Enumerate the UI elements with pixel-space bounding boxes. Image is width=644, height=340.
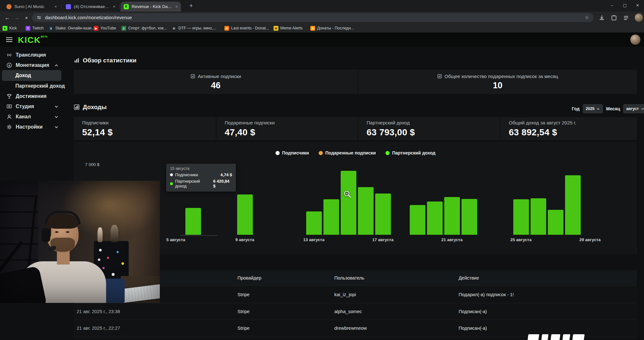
chart-bar[interactable] xyxy=(513,199,529,235)
forward-button[interactable]: → xyxy=(13,14,21,22)
save-page-icon[interactable] xyxy=(598,14,605,21)
browser-tab-active[interactable]: K Revenue - Kick Dashboard × xyxy=(120,2,181,12)
sidebar-item-monetization[interactable]: $ Монетизация xyxy=(0,60,74,71)
tab-title: (4) Отслеживаемые активные... xyxy=(74,4,110,9)
browser-tab-strip: Suno | AI Music × (4) Отслеживаемые акти… xyxy=(0,0,644,12)
bookmark-star-icon[interactable]: ☆ xyxy=(585,15,589,20)
stat-card-active-subs: Активные подписки 46 xyxy=(74,70,358,94)
window-maximize-button[interactable]: ▢ xyxy=(619,1,630,10)
tab-close-icon[interactable]: × xyxy=(54,4,57,9)
chevron-down-icon xyxy=(54,105,58,109)
menu-hamburger-icon[interactable] xyxy=(6,37,12,42)
chart-bar[interactable] xyxy=(548,210,563,235)
table-row: 21 авг. 2025 г., 22:27 Stripe drewbrewme… xyxy=(74,320,637,336)
col-header-provider: Провайдер xyxy=(237,275,261,281)
bookmark-favicon: D xyxy=(224,26,229,31)
window-minimize-button[interactable]: – xyxy=(607,1,617,10)
chart-bar[interactable] xyxy=(341,171,356,235)
bookmark-item[interactable]: TTwitch xyxy=(26,25,43,31)
tab-separator xyxy=(61,4,62,9)
chart-bar[interactable] xyxy=(358,187,374,235)
back-button[interactable]: ← xyxy=(3,14,12,22)
bookmark-item[interactable]: ▶YouTube xyxy=(94,25,116,31)
chart-bar[interactable] xyxy=(185,208,201,235)
month-select[interactable]: август xyxy=(623,104,644,113)
user-avatar[interactable] xyxy=(630,35,640,45)
address-bar[interactable]: dashboard.kick.com/monetization/revenue … xyxy=(32,13,594,22)
stop-reload-button[interactable]: × xyxy=(22,14,31,22)
bookmark-item[interactable]: ССпорт: футбол, хок... xyxy=(121,25,167,31)
chart-bar[interactable] xyxy=(531,198,546,235)
webcam-vignette xyxy=(0,181,160,303)
tab-separator xyxy=(119,4,120,9)
bookmark-item[interactable]: DLast events - Donat... xyxy=(224,25,269,31)
sidebar-item-partner-income[interactable]: Партнерский доход xyxy=(0,81,74,91)
kick-logo[interactable]: KICKBETA xyxy=(18,35,48,45)
chart-bar[interactable] xyxy=(410,205,425,235)
x-axis-label: 13 августа xyxy=(293,237,335,242)
legend-dot xyxy=(275,151,280,155)
sidebar-item-label: Достижения xyxy=(16,93,47,99)
year-select[interactable]: 2025 xyxy=(583,104,603,113)
legend-item[interactable]: Партнерский доход xyxy=(385,150,436,155)
sidebar-item-income[interactable]: Доход xyxy=(2,70,61,81)
legend-item[interactable]: Подаренные подписки xyxy=(319,150,376,155)
stats-icon xyxy=(74,58,80,63)
legend-item[interactable]: Подписчики xyxy=(275,150,309,155)
bookmark-label: Kick xyxy=(9,26,17,30)
sidebar-item-channel[interactable]: Канал xyxy=(0,111,74,122)
revenue-card-partner: Партнерский доход63 793,00 $ xyxy=(358,117,500,140)
col-header-action: Действие xyxy=(459,275,479,281)
chart-bar[interactable] xyxy=(444,197,460,235)
bookmark-item[interactable]: SStake: Онлайн-кази... xyxy=(49,25,95,31)
browser-profile-avatar[interactable] xyxy=(635,13,643,22)
tab-close-icon[interactable]: × xyxy=(113,4,115,9)
sidebar-item-achievements[interactable]: Достижения xyxy=(0,91,74,102)
x-axis-label: 17 августа xyxy=(362,237,404,242)
gift-badge-icon xyxy=(437,74,442,79)
legend-label: Подписчики xyxy=(282,150,309,155)
sidebar-item-settings[interactable]: Настройки xyxy=(0,122,74,132)
bookmark-item[interactable]: MMeme Alerts xyxy=(274,25,302,31)
reading-list-icon[interactable] xyxy=(623,14,630,21)
window-close-button[interactable]: × xyxy=(632,1,643,10)
bookmark-label: DTF — игры, кино,... xyxy=(178,26,216,30)
x-axis-label: 25 августа xyxy=(500,237,542,242)
bookmark-favicon: M xyxy=(274,26,278,31)
bookmark-label: Meme Alerts xyxy=(280,26,302,30)
sidebar-item-studio[interactable]: Студия xyxy=(0,101,74,112)
extensions-icon[interactable] xyxy=(610,14,617,21)
chart-bar[interactable] xyxy=(375,194,391,235)
chart-bar[interactable] xyxy=(427,202,443,235)
sidebar-item-broadcast[interactable]: Трансляция xyxy=(0,50,74,60)
sidebar-item-label: Студия xyxy=(16,104,34,109)
new-tab-button[interactable]: + xyxy=(187,2,195,10)
broadcast-icon xyxy=(6,52,12,58)
overview-stats-band: Активные подписки 46 Общее количество по… xyxy=(74,70,637,94)
tooltip-dot xyxy=(170,182,173,185)
bookmark-favicon: D xyxy=(172,26,176,31)
chart-bar[interactable] xyxy=(306,211,322,235)
browser-tab[interactable]: (4) Отслеживаемые активные... × xyxy=(63,2,119,12)
chart-bar[interactable] xyxy=(565,175,581,235)
tab-close-icon[interactable]: × xyxy=(175,4,178,9)
bookmark-item[interactable]: DДонаты - Последн... xyxy=(310,25,354,31)
period-controls: Год 2025 Месяц август xyxy=(572,104,644,113)
axis-segment xyxy=(181,235,218,236)
beta-badge: BETA xyxy=(41,35,48,38)
sidebar-item-label: Трансляция xyxy=(16,52,46,58)
chart-bar[interactable] xyxy=(323,199,339,235)
bookmark-label: Донаты - Последн... xyxy=(317,26,354,30)
bookmark-favicon: T xyxy=(26,26,30,31)
bookmark-item[interactable]: KKick xyxy=(3,25,17,31)
bookmark-item[interactable]: DDTF — игры, кино,... xyxy=(172,25,216,31)
chevron-down-icon xyxy=(54,115,58,119)
tab-favicon xyxy=(66,4,71,9)
bookmark-label: Last events - Donat... xyxy=(231,26,269,30)
section-title: Обзор статистики xyxy=(83,57,136,64)
kick-topbar: KICKBETA xyxy=(0,33,644,47)
chart-bar[interactable] xyxy=(462,199,477,235)
browser-toolbar: ← → × dashboard.kick.com/monetization/re… xyxy=(0,12,644,24)
browser-tab[interactable]: Suno | AI Music × xyxy=(3,2,60,12)
chart-bar[interactable] xyxy=(237,194,253,235)
